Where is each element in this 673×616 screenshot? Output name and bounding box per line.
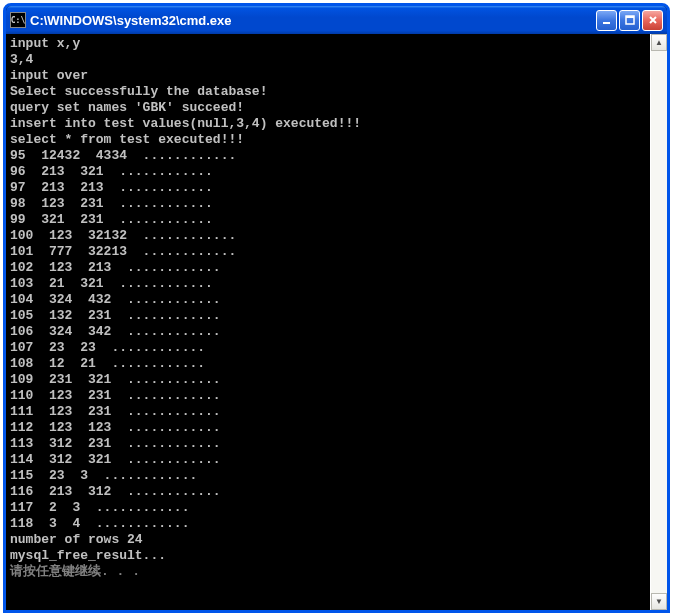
console-line: mysql_free_result... [10, 548, 648, 564]
console-line: 118 3 4 ............ [10, 516, 648, 532]
console-line: 109 231 321 ............ [10, 372, 648, 388]
app-icon-text: C:\ [11, 16, 25, 25]
console-line: select * from test executed!!! [10, 132, 648, 148]
console-line: 102 123 213 ............ [10, 260, 648, 276]
console-line: 96 213 321 ............ [10, 164, 648, 180]
scroll-up-button[interactable]: ▲ [651, 34, 667, 51]
scroll-track[interactable] [651, 51, 667, 593]
press-any-key-prompt: 请按任意键继续. . . [10, 564, 648, 580]
titlebar[interactable]: C:\ C:\WINDOWS\system32\cmd.exe [6, 6, 667, 34]
scroll-down-button[interactable]: ▼ [651, 593, 667, 610]
window-title: C:\WINDOWS\system32\cmd.exe [30, 13, 596, 28]
chevron-up-icon: ▲ [655, 38, 663, 47]
console-line: number of rows 24 [10, 532, 648, 548]
console-line: 111 123 231 ............ [10, 404, 648, 420]
console-line: query set names 'GBK' succeed! [10, 100, 648, 116]
console-line: 3,4 [10, 52, 648, 68]
console-line: 103 21 321 ............ [10, 276, 648, 292]
console-line: 110 123 231 ............ [10, 388, 648, 404]
console-line: 116 213 312 ............ [10, 484, 648, 500]
svg-rect-2 [626, 16, 634, 18]
console-line: 104 324 432 ............ [10, 292, 648, 308]
close-icon [648, 15, 658, 25]
svg-rect-0 [603, 22, 610, 24]
chevron-down-icon: ▼ [655, 597, 663, 606]
console-line: 117 2 3 ............ [10, 500, 648, 516]
console-line: 115 23 3 ............ [10, 468, 648, 484]
console-line: Select successfully the database! [10, 84, 648, 100]
cmd-window: C:\ C:\WINDOWS\system32\cmd.exe input x,… [3, 3, 670, 613]
maximize-button[interactable] [619, 10, 640, 31]
console-line: 113 312 231 ............ [10, 436, 648, 452]
minimize-icon [602, 15, 612, 25]
vertical-scrollbar[interactable]: ▲ ▼ [650, 34, 667, 610]
window-controls [596, 10, 663, 31]
close-button[interactable] [642, 10, 663, 31]
console-output: input x,y3,4input overSelect successfull… [6, 34, 650, 610]
console-line: insert into test values(null,3,4) execut… [10, 116, 648, 132]
console-line: 98 123 231 ............ [10, 196, 648, 212]
console-line: 108 12 21 ............ [10, 356, 648, 372]
console-line: 114 312 321 ............ [10, 452, 648, 468]
client-area: input x,y3,4input overSelect successfull… [6, 34, 667, 610]
console-line: 95 12432 4334 ............ [10, 148, 648, 164]
console-line: 105 132 231 ............ [10, 308, 648, 324]
console-line: 106 324 342 ............ [10, 324, 648, 340]
console-line: 101 777 32213 ............ [10, 244, 648, 260]
console-line: 107 23 23 ............ [10, 340, 648, 356]
maximize-icon [625, 15, 635, 25]
minimize-button[interactable] [596, 10, 617, 31]
console-line: 112 123 123 ............ [10, 420, 648, 436]
console-line: 97 213 213 ............ [10, 180, 648, 196]
console-line: 100 123 32132 ............ [10, 228, 648, 244]
app-icon: C:\ [10, 12, 26, 28]
console-line: input x,y [10, 36, 648, 52]
console-line: input over [10, 68, 648, 84]
console-line: 99 321 231 ............ [10, 212, 648, 228]
